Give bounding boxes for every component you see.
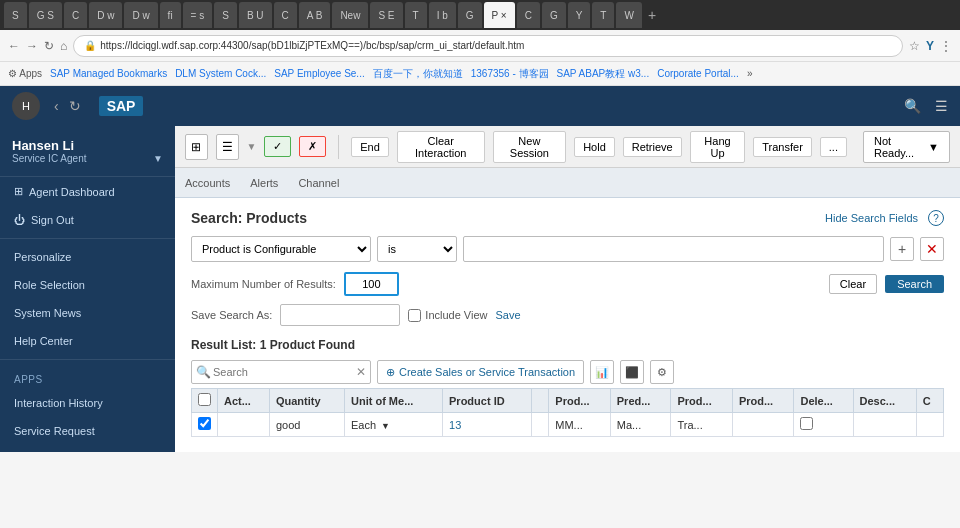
bookmark-sap-managed[interactable]: SAP Managed Bookmarks — [50, 68, 167, 79]
back-button[interactable]: ← — [8, 39, 20, 53]
sidebar-item-service-request[interactable]: Service Request — [0, 417, 175, 445]
tab-dw1[interactable]: D w — [89, 2, 122, 28]
sidebar-item-system-news[interactable]: System News — [0, 299, 175, 327]
td-act — [218, 413, 270, 437]
unit-dropdown[interactable]: ▼ — [381, 421, 390, 431]
search-button[interactable]: Search — [885, 275, 944, 293]
end-button[interactable]: End — [351, 137, 389, 157]
max-results-input[interactable] — [344, 272, 399, 296]
include-view-checkbox[interactable] — [408, 309, 421, 322]
tab-ab[interactable]: A B — [299, 2, 331, 28]
tab-c3[interactable]: C — [517, 2, 540, 28]
retrieve-button[interactable]: Retrieve — [623, 137, 682, 157]
role-expand-icon[interactable]: ▼ — [153, 153, 163, 164]
clear-button[interactable]: Clear — [829, 274, 877, 294]
tab-bu[interactable]: S — [214, 2, 237, 28]
user-avatar[interactable]: H — [12, 92, 40, 120]
sidebar-item-help-center[interactable]: Help Center — [0, 327, 175, 355]
hide-search-link[interactable]: Hide Search Fields — [825, 212, 918, 224]
tab-c2[interactable]: C — [274, 2, 297, 28]
bookmark-sap-employee[interactable]: SAP Employee Se... — [274, 68, 364, 79]
home-button[interactable]: ⌂ — [60, 39, 67, 53]
bookmark-baidu[interactable]: 百度一下，你就知道 — [373, 67, 463, 81]
sidebar-item-role-selection[interactable]: Role Selection — [0, 271, 175, 299]
tab-accounts[interactable]: Accounts — [185, 173, 230, 193]
sidebar-item-email[interactable]: E-Mail — [0, 445, 175, 452]
result-search-input[interactable] — [213, 366, 356, 378]
clear-interaction-button[interactable]: Clear Interaction — [397, 131, 485, 163]
filter-operator-select[interactable]: is — [377, 236, 457, 262]
cancel-button[interactable]: ✗ — [299, 136, 326, 157]
tab-alerts[interactable]: Alerts — [250, 173, 278, 193]
filter-value-input[interactable] — [463, 236, 884, 262]
row-checkbox[interactable] — [198, 417, 211, 430]
add-filter-button[interactable]: + — [890, 237, 914, 261]
export-icon-button[interactable]: ⬛ — [620, 360, 644, 384]
tab-g2[interactable]: G — [542, 2, 566, 28]
bookmark-dlm[interactable]: DLM System Cock... — [175, 68, 266, 79]
tab-s[interactable]: S — [4, 2, 27, 28]
tab-y[interactable]: Y — [568, 2, 591, 28]
save-search-input[interactable] — [280, 304, 400, 326]
list-view-button[interactable]: ☰ — [216, 134, 239, 160]
result-search-clear[interactable]: ✕ — [356, 365, 366, 379]
bookmark-abap[interactable]: SAP ABAP教程 w3... — [557, 67, 650, 81]
sidebar-item-sign-out[interactable]: ⏻ Sign Out — [0, 206, 175, 234]
reload-button[interactable]: ↻ — [44, 39, 54, 53]
tab-fi[interactable]: fi — [160, 2, 181, 28]
delete-checkbox[interactable] — [800, 417, 813, 430]
not-ready-button[interactable]: Not Ready... ▼ — [863, 131, 950, 163]
create-transaction-button[interactable]: ⊕ Create Sales or Service Transaction — [377, 360, 584, 384]
bookmark-star[interactable]: ☆ — [909, 39, 920, 53]
help-icon[interactable]: ? — [928, 210, 944, 226]
tab-gs[interactable]: G S — [29, 2, 62, 28]
sidebar-item-personalize[interactable]: Personalize — [0, 243, 175, 271]
user-icon[interactable]: Y — [926, 39, 934, 53]
search-icon[interactable]: 🔍 — [904, 98, 921, 114]
chart-icon-button[interactable]: 📊 — [590, 360, 614, 384]
tab-w[interactable]: W — [616, 2, 641, 28]
more-button[interactable]: ... — [820, 137, 847, 157]
new-session-button[interactable]: New Session — [493, 131, 567, 163]
td-product-id[interactable]: 13 — [443, 413, 532, 437]
bookmark-portal[interactable]: Corporate Portal... — [657, 68, 739, 79]
tab-bu2[interactable]: B U — [239, 2, 272, 28]
menu-icon[interactable]: ☰ — [935, 98, 948, 114]
url-bar[interactable]: 🔒 https://ldciqgl.wdf.sap.corp:44300/sap… — [73, 35, 903, 57]
save-search-link[interactable]: Save — [496, 309, 521, 321]
checkmark-icon: ✓ — [273, 140, 282, 152]
remove-filter-button[interactable]: ✕ — [920, 237, 944, 261]
bookmark-blog[interactable]: 1367356 - 博客园 — [471, 67, 549, 81]
hold-button[interactable]: Hold — [574, 137, 615, 157]
settings-icon-button[interactable]: ⚙ — [650, 360, 674, 384]
hang-up-button[interactable]: Hang Up — [690, 131, 746, 163]
confirm-button[interactable]: ✓ — [264, 136, 291, 157]
tab-channel[interactable]: Channel — [298, 173, 339, 193]
sidebar-item-agent-dashboard[interactable]: ⊞ Agent Dashboard — [0, 177, 175, 206]
table-view-button[interactable]: ⊞ — [185, 134, 208, 160]
content-wrapper: ⊞ ☰ ▼ ✓ ✗ End Clear Interaction New Sess… — [175, 126, 960, 452]
tab-c1[interactable]: C — [64, 2, 87, 28]
more-bookmarks[interactable]: » — [747, 68, 753, 79]
transfer-button[interactable]: Transfer — [753, 137, 812, 157]
sidebar-user-section: Hansen Li Service IC Agent ▼ — [0, 126, 175, 177]
bookmarks-apps[interactable]: ⚙ Apps — [8, 68, 42, 79]
tab-t2[interactable]: T — [592, 2, 614, 28]
view-dropdown-button[interactable]: ▼ — [247, 141, 257, 152]
sidebar-item-interaction-history[interactable]: Interaction History — [0, 389, 175, 417]
tab-ib[interactable]: I b — [429, 2, 456, 28]
filter-field-select[interactable]: Product is Configurable — [191, 236, 371, 262]
new-tab-button[interactable]: + — [648, 7, 656, 23]
more-menu-button[interactable]: ⋮ — [940, 39, 952, 53]
tab-se[interactable]: S E — [370, 2, 402, 28]
sidebar-toggle[interactable]: ‹ — [54, 98, 59, 114]
tab-g[interactable]: G — [458, 2, 482, 28]
tab-t[interactable]: T — [405, 2, 427, 28]
tab-new[interactable]: New — [332, 2, 368, 28]
tab-dw2[interactable]: D w — [124, 2, 157, 28]
history-back[interactable]: ↻ — [69, 98, 81, 114]
select-all-checkbox[interactable] — [198, 393, 211, 406]
forward-button[interactable]: → — [26, 39, 38, 53]
tab-s2[interactable]: = s — [183, 2, 213, 28]
tab-p-active[interactable]: P × — [484, 2, 515, 28]
